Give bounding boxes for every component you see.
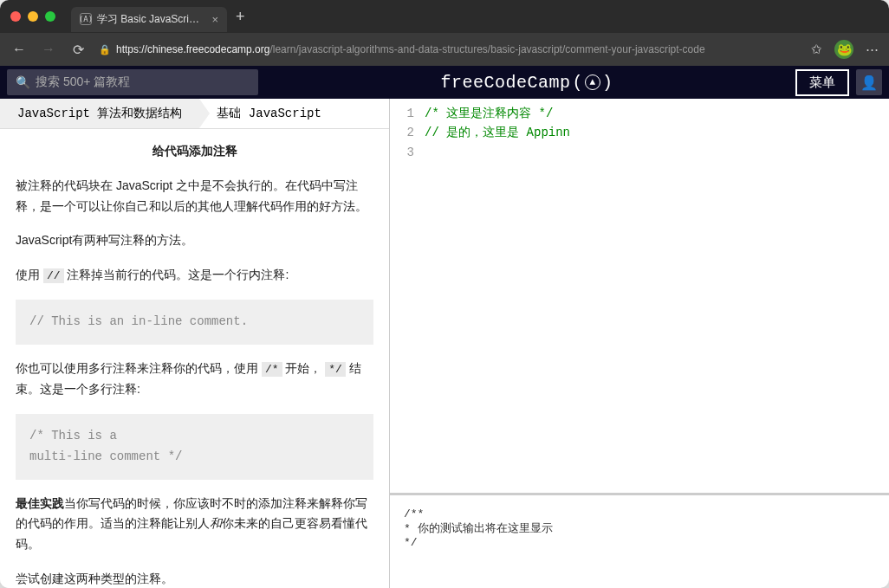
code-editor[interactable]: 1 2 3 /* 这里是注释内容 */ // 是的，这里是 Appinn [390,99,889,493]
new-tab-button[interactable]: + [236,8,245,26]
lesson-paragraph: 最佳实践当你写代码的时候，你应该时不时的添加注释来解释你写的代码的作用。适当的注… [16,494,373,555]
fcc-header: 🔍 搜索 500+ 篇教程 freeCodeCamp(▲) 菜单 👤 [0,66,889,99]
address-bar[interactable]: 🔒 https://chinese.freecodecamp.org/learn… [99,43,799,55]
url-path: /learn/javascript-algorithms-and-data-st… [269,43,704,55]
more-icon[interactable]: ⋯ [866,42,879,57]
titlebar: (A) 学习 Basic JavaScript: 给代码 × + [0,0,889,33]
inline-code: /* [262,362,282,377]
search-icon: 🔍 [16,75,30,89]
menu-button[interactable]: 菜单 [795,69,849,96]
browser-toolbar: ← → ⟳ 🔒 https://chinese.freecodecamp.org… [0,33,889,66]
output-console: /** * 你的测试输出将在这里显示 */ [390,493,889,588]
content-area: JavaScript 算法和数据结构 基础 JavaScript 给代码添加注释… [0,99,889,588]
forward-button[interactable]: → [40,42,57,57]
lesson-pane[interactable]: JavaScript 算法和数据结构 基础 JavaScript 给代码添加注释… [0,99,390,588]
code-line: // 是的，这里是 Appinn [425,123,889,142]
editor-pane: 1 2 3 /* 这里是注释内容 */ // 是的，这里是 Appinn /**… [390,99,889,588]
lesson-paragraph: JavaScript有两种写注释的方法。 [16,230,373,251]
search-input[interactable]: 🔍 搜索 500+ 篇教程 [7,69,258,95]
lesson-title: 给代码添加注释 [16,141,373,162]
tab-title: 学习 Basic JavaScript: 给代码 [97,12,203,27]
flame-icon: ▲ [585,74,600,90]
maximize-window-button[interactable] [45,11,55,22]
minimize-window-button[interactable] [28,11,38,22]
lock-icon: 🔒 [99,44,111,55]
search-placeholder: 搜索 500+ 篇教程 [36,74,130,90]
code-block: // This is an in-line comment. [16,300,373,345]
breadcrumb-item-2[interactable]: 基础 JavaScript [199,99,338,128]
reload-button[interactable]: ⟳ [69,42,87,58]
breadcrumb: JavaScript 算法和数据结构 基础 JavaScript [0,99,389,129]
fcc-logo[interactable]: freeCodeCamp(▲) [265,73,788,93]
favorite-icon[interactable]: ✩ [811,42,822,57]
breadcrumb-item-1[interactable]: JavaScript 算法和数据结构 [0,99,199,128]
back-button[interactable]: ← [10,42,28,57]
close-tab-icon[interactable]: × [211,13,218,26]
code-block: /* This is a multi-line comment */ [16,414,373,480]
url-host: https://chinese.freecodecamp.org [116,43,269,55]
code-line: /* 这里是注释内容 */ [425,104,889,123]
code-lines[interactable]: /* 这里是注释内容 */ // 是的，这里是 Appinn [425,104,889,493]
tab-favicon: (A) [80,13,92,25]
lesson-paragraph: 尝试创建这两种类型的注释。 [16,569,373,588]
toolbar-right: ✩ 🐸 ⋯ [811,40,879,59]
browser-window: (A) 学习 Basic JavaScript: 给代码 × + ← → ⟳ 🔒… [0,0,889,588]
profile-avatar[interactable]: 🐸 [834,40,853,59]
inline-code: // [43,268,64,283]
lesson-paragraph: 被注释的代码块在 JavaScript 之中是不会执行的。在代码中写注释，是一个… [16,176,373,217]
traffic-lights [10,11,55,22]
browser-tab[interactable]: (A) 学习 Basic JavaScript: 给代码 × [71,7,227,32]
user-button[interactable]: 👤 [856,69,882,95]
line-gutter: 1 2 3 [390,104,425,493]
close-window-button[interactable] [10,11,21,22]
lesson-body: 给代码添加注释 被注释的代码块在 JavaScript 之中是不会执行的。在代码… [0,129,389,588]
logo-text: freeCodeCamp [440,73,570,93]
lesson-paragraph: 你也可以使用多行注释来注释你的代码，使用 /* 开始， */ 结束。这是一个多行… [16,359,373,400]
inline-code: */ [325,362,346,377]
lesson-paragraph: 使用 // 注释掉当前行的代码。这是一个行内注释: [16,265,373,286]
